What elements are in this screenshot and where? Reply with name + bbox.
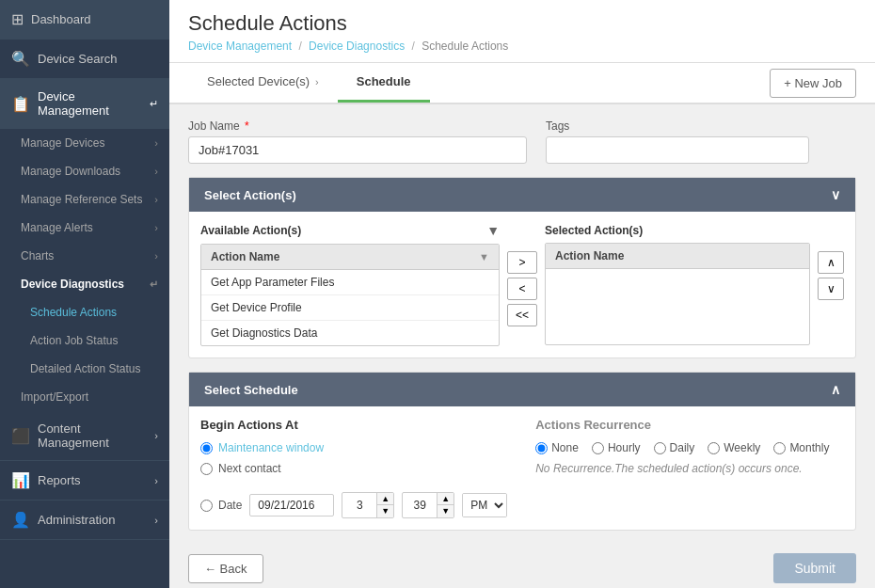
- sidebar-item-charts[interactable]: Charts ›: [0, 242, 169, 270]
- hour-input-group: ▲ ▼: [342, 492, 394, 518]
- sidebar-item-label: Reports: [38, 473, 81, 487]
- ampm-select[interactable]: AM PM: [463, 494, 506, 516]
- select-schedule-body: Begin Actions At Maintenance window Next…: [189, 406, 855, 530]
- transfer-back-button[interactable]: <: [507, 278, 537, 300]
- option-maintenance-window[interactable]: Maintenance window: [200, 441, 507, 454]
- schedule-layout: Begin Actions At Maintenance window Next…: [200, 418, 844, 518]
- available-actions-header: Action Name ▼: [201, 245, 499, 270]
- new-job-button[interactable]: + New Job: [770, 69, 856, 98]
- recurrence-daily[interactable]: Daily: [654, 441, 695, 454]
- radio-weekly[interactable]: [708, 442, 720, 454]
- sidebar-sub-label: Detailed Action Status: [30, 362, 140, 375]
- hour-input[interactable]: [342, 495, 376, 516]
- sidebar-item-label: Content Management: [38, 421, 147, 450]
- form-group-tags: Tags: [546, 119, 809, 164]
- transfer-back-all-button[interactable]: <<: [507, 304, 537, 326]
- recurrence-monthly[interactable]: Monthly: [773, 441, 829, 454]
- breadcrumb-sep-1: /: [298, 40, 301, 53]
- radio-date[interactable]: [200, 500, 213, 512]
- actions-layout: Available Action(s) ▼ Action Name ▼ Get …: [200, 223, 844, 346]
- submit-button[interactable]: Submit: [773, 553, 856, 583]
- radio-daily[interactable]: [654, 442, 666, 454]
- page-header: Schedule Actions Device Management / Dev…: [169, 0, 875, 63]
- select-schedule-header[interactable]: Select Schedule ∧: [189, 373, 855, 406]
- recurrence-weekly[interactable]: Weekly: [708, 441, 760, 454]
- action-name-column: Action Name: [211, 250, 279, 263]
- content-area: Job Name * Tags Select Action(s) ∨: [169, 104, 875, 588]
- date-label: Date: [218, 499, 242, 512]
- sidebar-item-action-job-status[interactable]: Action Job Status: [0, 326, 169, 355]
- breadcrumb-device-diagnostics[interactable]: Device Diagnostics: [309, 40, 405, 53]
- tags-label: Tags: [546, 119, 809, 133]
- move-down-button[interactable]: ∨: [818, 278, 844, 300]
- sidebar-sub-label: Manage Downloads: [21, 165, 120, 178]
- sidebar-item-administration[interactable]: 👤 Administration ›: [0, 501, 169, 540]
- none-label: None: [551, 441, 579, 454]
- sidebar-item-manage-devices[interactable]: Manage Devices ›: [0, 129, 169, 157]
- chevron-icon: ↵: [150, 98, 158, 110]
- select-actions-title: Select Action(s): [204, 188, 296, 202]
- sidebar-item-manage-downloads[interactable]: Manage Downloads ›: [0, 157, 169, 185]
- sidebar-item-device-diagnostics[interactable]: Device Diagnostics ↵: [0, 270, 169, 298]
- radio-none[interactable]: [535, 442, 548, 454]
- sidebar-item-content-management[interactable]: ⬛ Content Management ›: [0, 411, 169, 461]
- action-row-get-app[interactable]: Get App Parameter Files: [201, 270, 499, 295]
- breadcrumb-schedule-actions: Schedule Actions: [422, 40, 508, 53]
- chevron-right-icon: ›: [154, 137, 158, 149]
- sidebar-item-label: Device Search: [38, 52, 118, 66]
- radio-next-contact[interactable]: [200, 463, 213, 475]
- option-next-contact[interactable]: Next contact: [200, 462, 507, 475]
- tab-schedule[interactable]: Schedule: [338, 63, 430, 103]
- recurrence-options: None Hourly Daily: [535, 441, 844, 454]
- back-button[interactable]: ← Back: [188, 554, 263, 583]
- page-title: Schedule Actions: [188, 11, 856, 36]
- sidebar-item-import-export[interactable]: Import/Export: [0, 383, 169, 411]
- minute-input[interactable]: [403, 495, 437, 516]
- action-row-get-device[interactable]: Get Device Profile: [201, 295, 499, 321]
- sidebar-item-dashboard[interactable]: ⊞ Dashboard: [0, 0, 169, 40]
- radio-monthly[interactable]: [773, 442, 786, 454]
- breadcrumb: Device Management / Device Diagnostics /…: [188, 40, 856, 62]
- tags-input[interactable]: [546, 136, 809, 164]
- option-date[interactable]: Date: [200, 499, 242, 512]
- selected-actions-label: Selected Action(s): [545, 224, 643, 237]
- radio-maintenance-window[interactable]: [200, 442, 213, 454]
- sidebar-item-reports[interactable]: 📊 Reports ›: [0, 461, 169, 501]
- begin-actions-section: Begin Actions At Maintenance window Next…: [200, 418, 507, 518]
- action-row-get-diagnostics[interactable]: Get Diagnostics Data: [201, 321, 499, 345]
- job-name-label: Job Name *: [188, 119, 527, 133]
- move-up-button[interactable]: ∧: [818, 251, 844, 274]
- sidebar-item-manage-alerts[interactable]: Manage Alerts ›: [0, 214, 169, 242]
- minute-down-button[interactable]: ▼: [438, 505, 453, 517]
- sidebar-sub-label: Charts: [21, 249, 54, 262]
- sidebar-item-device-management[interactable]: 📋 Device Management ↵: [0, 79, 169, 129]
- radio-hourly[interactable]: [592, 442, 604, 454]
- administration-icon: 👤: [11, 511, 30, 529]
- selected-actions-header: Action Name: [546, 244, 809, 269]
- sidebar-sub-label: Manage Alerts: [21, 221, 93, 234]
- recurrence-hourly[interactable]: Hourly: [592, 441, 641, 454]
- minute-up-button[interactable]: ▲: [438, 493, 453, 505]
- footer-row: ← Back Submit: [188, 544, 856, 587]
- breadcrumb-device-management[interactable]: Device Management: [188, 40, 292, 53]
- select-actions-header[interactable]: Select Action(s) ∨: [189, 178, 855, 212]
- job-name-input[interactable]: [188, 136, 527, 164]
- chevron-right-icon: ›: [315, 76, 319, 87]
- sidebar-item-detailed-action-status[interactable]: Detailed Action Status: [0, 355, 169, 383]
- sidebar-item-schedule-actions[interactable]: Schedule Actions: [0, 298, 169, 326]
- tab-selected-devices[interactable]: Selected Device(s) ›: [188, 63, 338, 103]
- filter-dropdown-icon[interactable]: ▼: [479, 251, 489, 262]
- hour-up-button[interactable]: ▲: [377, 493, 393, 505]
- recurrence-none[interactable]: None: [535, 441, 579, 454]
- transfer-forward-button[interactable]: >: [507, 251, 537, 274]
- sidebar-sub-label: Manage Reference Sets: [21, 193, 142, 206]
- date-input[interactable]: [249, 494, 334, 516]
- sidebar-sub-label: Action Job Status: [30, 334, 118, 347]
- hour-down-button[interactable]: ▼: [377, 505, 393, 517]
- tabs-left: Selected Device(s) › Schedule: [188, 63, 430, 103]
- select-schedule-title: Select Schedule: [204, 383, 298, 397]
- collapse-icon: ∨: [831, 187, 840, 202]
- filter-icon[interactable]: ▼: [486, 223, 500, 238]
- sidebar-item-manage-reference-sets[interactable]: Manage Reference Sets ›: [0, 185, 169, 214]
- sidebar-item-device-search[interactable]: 🔍 Device Search: [0, 40, 169, 79]
